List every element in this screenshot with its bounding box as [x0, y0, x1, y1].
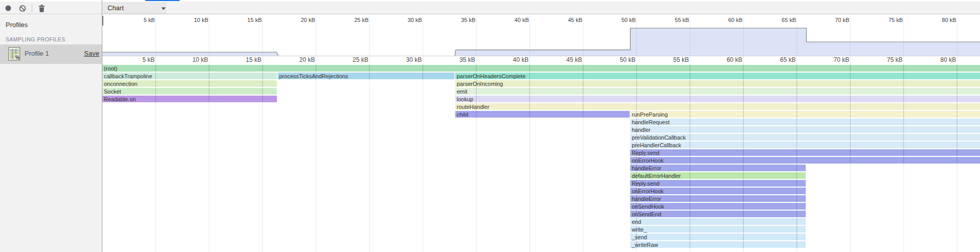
svg-text:_send: _send [631, 234, 647, 240]
svg-text:handler: handler [632, 127, 651, 133]
svg-text:onSendHook: onSendHook [632, 203, 665, 210]
svg-text:lookup: lookup [457, 96, 473, 102]
svg-text:80 kB: 80 kB [942, 17, 956, 23]
svg-text:handleError: handleError [632, 165, 662, 171]
svg-text:preHandlerCallback: preHandlerCallback [632, 142, 682, 148]
svg-text:15 kB: 15 kB [247, 17, 262, 23]
svg-text:child: child [457, 111, 469, 118]
svg-text:parserOnHeadersComplete: parserOnHeadersComplete [457, 73, 526, 79]
svg-text:10 kB: 10 kB [192, 56, 208, 63]
svg-text:30 kB: 30 kB [406, 56, 422, 63]
svg-text:35 kB: 35 kB [460, 56, 475, 63]
svg-text:50 kB: 50 kB [621, 17, 636, 23]
svg-text:onconnection: onconnection [104, 81, 137, 87]
svg-text:25 kB: 25 kB [353, 56, 368, 63]
svg-text:processTicksAndRejections: processTicksAndRejections [279, 73, 349, 79]
svg-text:Reply.send: Reply.send [632, 150, 660, 156]
svg-text:75 kB: 75 kB [888, 17, 903, 23]
svg-text:60 kB: 60 kB [727, 56, 743, 63]
svg-text:end: end [632, 219, 641, 225]
svg-text:Socket: Socket [104, 88, 121, 95]
svg-text:handleRequest: handleRequest [632, 119, 670, 125]
svg-text:30 kB: 30 kB [408, 17, 422, 23]
svg-text:(root): (root) [104, 65, 117, 72]
svg-text:80 kB: 80 kB [941, 56, 956, 63]
svg-text:write_: write_ [631, 226, 647, 233]
svg-text:Reply.send: Reply.send [632, 180, 660, 187]
svg-text:75 kB: 75 kB [887, 56, 903, 63]
svg-text:35 kB: 35 kB [461, 17, 475, 23]
svg-text:20 kB: 20 kB [299, 56, 315, 63]
svg-text:65 kB: 65 kB [781, 17, 796, 23]
svg-text:40 kB: 40 kB [513, 56, 529, 63]
svg-text:preValidationCallback: preValidationCallback [632, 134, 686, 141]
svg-text:_writeRaw: _writeRaw [631, 242, 658, 248]
svg-text:65 kB: 65 kB [780, 56, 796, 63]
svg-text:onErrorHook: onErrorHook [632, 157, 664, 164]
svg-text:Readable.on: Readable.on [104, 96, 136, 102]
svg-text:45 kB: 45 kB [568, 17, 582, 23]
svg-text:runPreParsing: runPreParsing [632, 111, 668, 118]
svg-text:onErrorHook: onErrorHook [632, 188, 664, 194]
svg-text:15 kB: 15 kB [246, 56, 262, 63]
svg-text:%: % [15, 55, 20, 60]
svg-text:parserOnIncoming: parserOnIncoming [457, 81, 504, 87]
svg-text:emit: emit [457, 88, 468, 95]
svg-text:5 kB: 5 kB [142, 56, 155, 63]
svg-text:25 kB: 25 kB [354, 17, 368, 23]
svg-text:45 kB: 45 kB [567, 56, 582, 63]
svg-text:55 kB: 55 kB [673, 56, 689, 63]
svg-text:70 kB: 70 kB [835, 17, 850, 23]
svg-text:50 kB: 50 kB [620, 56, 636, 63]
svg-text:55 kB: 55 kB [675, 17, 689, 23]
svg-text:defaultErrorHandler: defaultErrorHandler [632, 173, 681, 179]
svg-text:5 kB: 5 kB [144, 17, 155, 23]
svg-text:routeHandler: routeHandler [457, 104, 490, 110]
svg-text:onSendEnd: onSendEnd [632, 211, 662, 217]
svg-text:60 kB: 60 kB [728, 17, 743, 23]
svg-text:20 kB: 20 kB [301, 17, 315, 23]
svg-text:callbackTrampoline: callbackTrampoline [104, 73, 152, 79]
svg-text:handleError: handleError [632, 196, 662, 202]
svg-text:70 kB: 70 kB [834, 56, 850, 63]
svg-text:40 kB: 40 kB [514, 17, 529, 23]
svg-text:10 kB: 10 kB [194, 17, 208, 23]
